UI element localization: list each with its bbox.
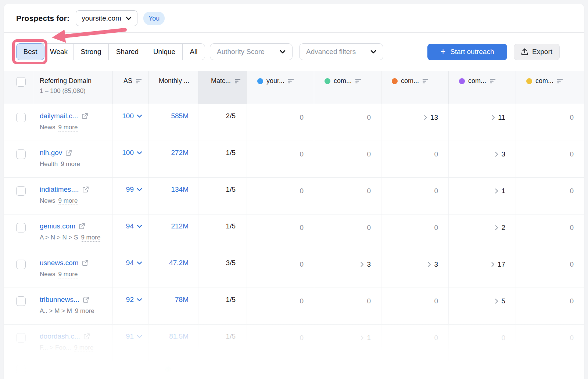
external-link-icon[interactable] bbox=[65, 149, 72, 156]
tab-weak[interactable]: Weak bbox=[44, 44, 74, 60]
competitor-count-cell[interactable]: 11 bbox=[449, 104, 516, 141]
competitor-count-cell: 0 bbox=[516, 288, 584, 324]
more-categories-link[interactable]: 9 more bbox=[58, 124, 78, 131]
authority-score-dropdown[interactable]: 94 bbox=[113, 259, 148, 267]
expand-chevron-icon[interactable] bbox=[495, 225, 498, 230]
competitor-count-cell[interactable]: 1 bbox=[314, 325, 381, 361]
competitor-count-cell[interactable]: 5 bbox=[449, 288, 516, 324]
external-link-icon[interactable] bbox=[83, 296, 89, 303]
domain-link[interactable]: dailymail.c... bbox=[40, 112, 78, 120]
competitor-count-cell[interactable]: 2 bbox=[449, 214, 516, 251]
expand-chevron-icon[interactable] bbox=[361, 335, 364, 340]
authority-score-dropdown[interactable]: Authority Score bbox=[210, 43, 293, 60]
category-line: Health9 more bbox=[33, 160, 112, 168]
match-value: 1/5 bbox=[226, 149, 236, 156]
external-link-icon[interactable] bbox=[82, 186, 89, 193]
row-checkbox[interactable] bbox=[16, 149, 26, 159]
header-competitor-4[interactable]: com... bbox=[516, 71, 584, 104]
site-selector-dropdown[interactable]: yoursite.com bbox=[76, 10, 137, 26]
expand-chevron-icon[interactable] bbox=[492, 115, 495, 120]
monthly-visits-cell[interactable]: 47.2M bbox=[149, 251, 198, 288]
expand-chevron-icon[interactable] bbox=[495, 152, 498, 157]
authority-score-dropdown[interactable]: 94 bbox=[113, 222, 148, 230]
plus-icon: + bbox=[441, 47, 445, 56]
competitor-count-cell[interactable]: 3 bbox=[314, 251, 381, 288]
advanced-filters-dropdown[interactable]: Advanced filters bbox=[299, 43, 383, 60]
row-checkbox[interactable] bbox=[16, 113, 26, 122]
competitor-count-cell[interactable]: 1 bbox=[449, 178, 516, 214]
row-checkbox-cell bbox=[4, 251, 33, 288]
authority-score-dropdown[interactable]: 91 bbox=[113, 332, 148, 340]
expand-chevron-icon[interactable] bbox=[491, 262, 495, 267]
authority-score-dropdown[interactable]: 100 bbox=[113, 149, 148, 157]
header-authority-score[interactable]: AS bbox=[113, 71, 149, 104]
referring-domain-cell: nih.govHealth9 more bbox=[33, 141, 113, 177]
competitor-count-cell[interactable]: 3 bbox=[381, 251, 449, 288]
domain-link[interactable]: tribunnews... bbox=[40, 296, 79, 304]
header-match[interactable]: Matc... bbox=[198, 71, 247, 104]
authority-score-dropdown[interactable]: 99 bbox=[113, 185, 148, 194]
row-checkbox[interactable] bbox=[16, 296, 26, 306]
more-categories-link[interactable]: 9 more bbox=[58, 271, 78, 278]
authority-score-dropdown[interactable]: 92 bbox=[113, 296, 148, 304]
tab-all[interactable]: All bbox=[183, 44, 205, 60]
more-categories-link[interactable]: 9 more bbox=[75, 307, 94, 315]
expand-chevron-icon[interactable] bbox=[428, 262, 431, 267]
row-checkbox[interactable] bbox=[16, 260, 26, 269]
monthly-visits-cell[interactable]: 78M bbox=[149, 288, 198, 324]
competitor-count-cell: 0 bbox=[314, 141, 381, 177]
more-categories-link[interactable]: 9 more bbox=[74, 344, 94, 352]
monthly-visits-cell[interactable]: 134M bbox=[149, 178, 198, 214]
header-monthly[interactable]: Monthly ... bbox=[149, 71, 198, 104]
expand-chevron-icon[interactable] bbox=[361, 262, 364, 267]
competitor-count-value: 0 bbox=[570, 113, 574, 122]
competitor-count-cell: 0 bbox=[314, 214, 381, 251]
external-link-icon[interactable] bbox=[82, 113, 88, 119]
expand-chevron-icon[interactable] bbox=[495, 188, 498, 194]
row-checkbox[interactable] bbox=[16, 223, 26, 232]
competitor-count-cell[interactable]: 3 bbox=[449, 141, 516, 177]
export-button[interactable]: Export bbox=[514, 44, 560, 60]
external-link-icon[interactable] bbox=[79, 223, 85, 230]
tab-unique[interactable]: Unique bbox=[146, 44, 183, 60]
authority-score-dropdown[interactable]: 100 bbox=[113, 112, 148, 120]
row-checkbox[interactable] bbox=[16, 186, 26, 196]
match-value: 1/5 bbox=[226, 222, 236, 230]
competitor-label: com... bbox=[401, 77, 419, 85]
tab-shared[interactable]: Shared bbox=[109, 44, 146, 60]
external-link-icon[interactable] bbox=[83, 333, 90, 340]
competitor-count-cell: 0 bbox=[247, 251, 314, 288]
header-competitor-3[interactable]: com... bbox=[449, 71, 516, 104]
site-selector-value: yoursite.com bbox=[82, 14, 121, 22]
match-cell: 1/5 bbox=[198, 141, 247, 177]
external-link-icon[interactable] bbox=[82, 260, 89, 266]
header-competitor-0[interactable]: your... bbox=[247, 71, 314, 104]
competitor-count-cell[interactable]: 13 bbox=[381, 104, 449, 141]
expand-chevron-icon[interactable] bbox=[495, 299, 498, 304]
more-categories-link[interactable]: 9 more bbox=[61, 160, 80, 168]
domain-link[interactable]: usnews.com bbox=[40, 259, 79, 267]
expand-chevron-icon[interactable] bbox=[424, 115, 427, 120]
monthly-visits-cell[interactable]: 212M bbox=[149, 214, 198, 251]
domain-link[interactable]: genius.com bbox=[40, 222, 75, 230]
domain-link[interactable]: nih.gov bbox=[40, 149, 62, 157]
export-label: Export bbox=[532, 48, 552, 56]
monthly-visits-cell[interactable]: 272M bbox=[149, 141, 198, 177]
domain-link[interactable]: indiatimes.... bbox=[40, 185, 79, 194]
domain-link[interactable]: doordash.c... bbox=[40, 332, 80, 340]
monthly-visits-cell[interactable]: 585M bbox=[149, 104, 198, 141]
select-all-checkbox[interactable] bbox=[16, 77, 26, 87]
more-categories-link[interactable]: 9 more bbox=[81, 234, 100, 242]
monthly-visits-cell[interactable]: 81.5M bbox=[149, 325, 198, 361]
competitor-count-cell: 0 bbox=[381, 325, 449, 361]
tab-strong[interactable]: Strong bbox=[74, 44, 109, 60]
header-competitor-2[interactable]: com... bbox=[381, 71, 449, 104]
match-value: 1/5 bbox=[226, 332, 236, 340]
start-outreach-button[interactable]: + Start outreach bbox=[427, 44, 507, 60]
competitor-count-cell[interactable]: 17 bbox=[449, 251, 516, 288]
header-competitor-1[interactable]: com... bbox=[314, 71, 381, 104]
filter-toolbar: Best Weak Strong Shared Unique All Autho… bbox=[4, 33, 584, 71]
more-categories-link[interactable]: 9 more bbox=[58, 197, 78, 205]
tab-best[interactable]: Best bbox=[16, 43, 44, 60]
row-checkbox[interactable] bbox=[16, 333, 26, 343]
